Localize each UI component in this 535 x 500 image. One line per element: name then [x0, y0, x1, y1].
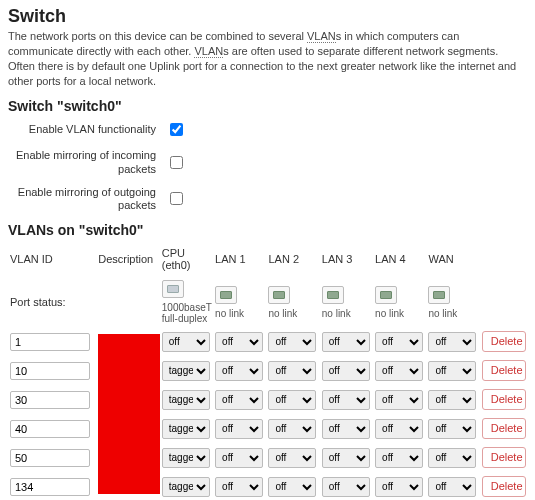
lan1-select[interactable]: offuntaggedtagged — [215, 448, 263, 468]
port-status-cpu: 1000baseT full-duplex — [162, 302, 211, 324]
switch-heading: Switch "switch0" — [8, 98, 527, 114]
vlan-row: offuntaggedtaggedoffuntaggedtaggedoffunt… — [8, 327, 527, 356]
page-description: The network ports on this device can be … — [8, 29, 527, 88]
mirror-incoming-checkbox[interactable] — [170, 156, 183, 169]
wan-select[interactable]: offuntaggedtagged — [428, 332, 476, 352]
lan4-select[interactable]: offuntaggedtagged — [375, 477, 423, 497]
wan-select[interactable]: offuntaggedtagged — [428, 448, 476, 468]
lan3-select[interactable]: offuntaggedtagged — [322, 477, 370, 497]
port-status-lan3: no link — [322, 308, 371, 319]
cpu-select[interactable]: offuntaggedtagged — [162, 448, 210, 468]
wan-select[interactable]: offuntaggedtagged — [428, 477, 476, 497]
lan3-select[interactable]: offuntaggedtagged — [322, 361, 370, 381]
lan2-select[interactable]: offuntaggedtagged — [268, 448, 316, 468]
port-status-lan4: no link — [375, 308, 424, 319]
wan-select[interactable]: offuntaggedtagged — [428, 390, 476, 410]
redacted-block — [98, 334, 160, 494]
port-icon-lan4 — [375, 286, 397, 304]
lan4-select[interactable]: offuntaggedtagged — [375, 419, 423, 439]
port-icon-wan — [428, 286, 450, 304]
vlan-row: offuntaggedtaggedoffuntaggedtaggedoffunt… — [8, 472, 527, 500]
lan3-select[interactable]: offuntaggedtagged — [322, 332, 370, 352]
mirror-outgoing-checkbox[interactable] — [170, 192, 183, 205]
vlan-id-input[interactable] — [10, 362, 90, 380]
delete-vlan-button[interactable]: Delete — [482, 447, 526, 468]
vlan-id-input[interactable] — [10, 449, 90, 467]
lan4-select[interactable]: offuntaggedtagged — [375, 448, 423, 468]
lan4-select[interactable]: offuntaggedtagged — [375, 390, 423, 410]
vlan-row: offuntaggedtaggedoffuntaggedtaggedoffunt… — [8, 356, 527, 385]
header-lan2: LAN 2 — [266, 244, 319, 277]
port-status-lan1: no link — [215, 308, 264, 319]
vlan-id-input[interactable] — [10, 420, 90, 438]
vlan-abbr: VLAN — [307, 30, 336, 43]
delete-vlan-button[interactable]: Delete — [482, 418, 526, 439]
port-icon-lan3 — [322, 286, 344, 304]
lan4-select[interactable]: offuntaggedtagged — [375, 332, 423, 352]
delete-vlan-button[interactable]: Delete — [482, 389, 526, 410]
vlan-row: offuntaggedtaggedoffuntaggedtaggedoffunt… — [8, 443, 527, 472]
header-lan1: LAN 1 — [213, 244, 266, 277]
mirror-incoming-label: Enable mirroring of incoming packets — [8, 149, 166, 175]
vlan-id-input[interactable] — [10, 333, 90, 351]
delete-vlan-button[interactable]: Delete — [482, 331, 526, 352]
delete-vlan-button[interactable]: Delete — [482, 476, 526, 497]
wan-select[interactable]: offuntaggedtagged — [428, 419, 476, 439]
header-lan3: LAN 3 — [320, 244, 373, 277]
lan3-select[interactable]: offuntaggedtagged — [322, 390, 370, 410]
vlans-heading: VLANs on "switch0" — [8, 222, 527, 238]
vlan-row: offuntaggedtaggedoffuntaggedtaggedoffunt… — [8, 385, 527, 414]
header-vlan-id: VLAN ID — [8, 244, 96, 277]
lan1-select[interactable]: offuntaggedtagged — [215, 419, 263, 439]
delete-vlan-button[interactable]: Delete — [482, 360, 526, 381]
lan1-select[interactable]: offuntaggedtagged — [215, 477, 263, 497]
vlan-row: offuntaggedtaggedoffuntaggedtaggedoffunt… — [8, 414, 527, 443]
wan-select[interactable]: offuntaggedtagged — [428, 361, 476, 381]
lan2-select[interactable]: offuntaggedtagged — [268, 477, 316, 497]
cpu-select[interactable]: offuntaggedtagged — [162, 477, 210, 497]
enable-vlan-label: Enable VLAN functionality — [8, 123, 166, 136]
vlans-table: VLAN ID Description CPU (eth0) LAN 1 LAN… — [8, 244, 527, 500]
header-wan: WAN — [426, 244, 479, 277]
port-status-lan2: no link — [268, 308, 317, 319]
lan3-select[interactable]: offuntaggedtagged — [322, 419, 370, 439]
header-description: Description — [96, 244, 160, 277]
page-title: Switch — [8, 6, 527, 27]
lan2-select[interactable]: offuntaggedtagged — [268, 419, 316, 439]
lan1-select[interactable]: offuntaggedtagged — [215, 390, 263, 410]
lan3-select[interactable]: offuntaggedtagged — [322, 448, 370, 468]
lan2-select[interactable]: offuntaggedtagged — [268, 332, 316, 352]
cpu-select[interactable]: offuntaggedtagged — [162, 361, 210, 381]
lan2-select[interactable]: offuntaggedtagged — [268, 390, 316, 410]
cpu-select[interactable]: offuntaggedtagged — [162, 332, 210, 352]
port-icon-lan1 — [215, 286, 237, 304]
vlan-id-input[interactable] — [10, 391, 90, 409]
cpu-select[interactable]: offuntaggedtagged — [162, 419, 210, 439]
port-status-wan: no link — [428, 308, 477, 319]
lan1-select[interactable]: offuntaggedtagged — [215, 332, 263, 352]
port-icon-lan2 — [268, 286, 290, 304]
lan4-select[interactable]: offuntaggedtagged — [375, 361, 423, 381]
vlan-id-input[interactable] — [10, 478, 90, 496]
header-cpu: CPU (eth0) — [160, 244, 213, 277]
mirror-outgoing-label: Enable mirroring of outgoing packets — [8, 186, 166, 212]
cpu-select[interactable]: offuntaggedtagged — [162, 390, 210, 410]
vlan-abbr: VLAN — [194, 45, 223, 58]
header-lan4: LAN 4 — [373, 244, 426, 277]
port-status-row: Port status: 1000baseT full-duplex no li… — [8, 277, 527, 327]
enable-vlan-checkbox[interactable] — [170, 123, 183, 136]
lan2-select[interactable]: offuntaggedtagged — [268, 361, 316, 381]
port-status-label: Port status: — [8, 277, 96, 327]
lan1-select[interactable]: offuntaggedtagged — [215, 361, 263, 381]
port-icon-cpu — [162, 280, 184, 298]
